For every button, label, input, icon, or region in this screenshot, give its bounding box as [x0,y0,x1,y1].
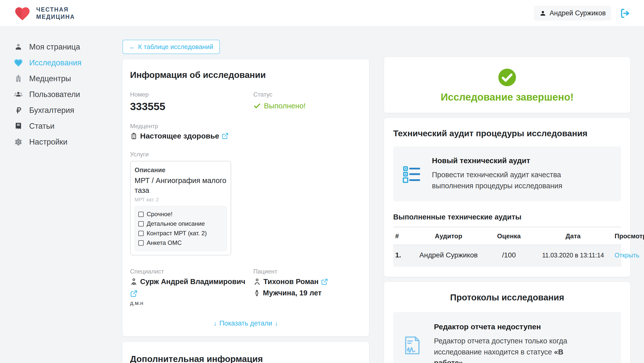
document-signature-icon [402,335,423,356]
technical-audit-title: Технический аудит процедуры исследования [393,128,621,138]
patient-icon [253,278,261,286]
sidebar: Моя страница Исследования [0,26,116,150]
research-info-title: Информация об исследовании [130,70,361,80]
report-editor-description: Редактор отчета доступен только когда ис… [434,336,592,363]
audit-row-num: 1. [393,251,411,259]
checkbox[interactable] [138,221,144,226]
service-options: Срочное! Детальное описание Контраст МРТ… [135,206,227,251]
logo-text: ЧЕСТНАЯ МЕДИЦИНА [36,6,75,20]
new-audit-description: Провести технический аудит качества выпо… [432,169,595,191]
report-editor-title: Редактор отчета недоступен [434,323,592,331]
col-score: Оценка [486,232,532,240]
checkbox[interactable] [138,240,144,246]
user-name: Андрей Суржиков [549,9,606,17]
back-to-research-table-button[interactable]: ← К таблице исследований [123,40,220,54]
option-label: Детальное описание [147,220,205,227]
done-audits-title: Выполненные технические аудиты [393,213,621,221]
sidebar-item-accounting[interactable]: Бухгалтерия [14,102,116,118]
back-button-label: К таблице исследований [138,43,213,51]
current-user-button[interactable]: Андрей Суржиков [534,6,611,21]
hospital-small-icon [130,132,138,140]
sidebar-item-label: Моя страница [29,42,80,52]
number-label: Номер [130,91,253,98]
research-completed-card: Исследование завершено! [384,57,630,113]
open-audit-link[interactable]: Открыть [615,252,639,259]
ruble-icon [14,106,23,115]
check-circle-icon [497,67,517,87]
audit-table-row: 1. Андрей Суржиков /100 11.03.2020 в 13:… [393,245,621,267]
medcenter-label: Медцентр [130,123,361,130]
sidebar-item-research[interactable]: Исследования [14,55,116,71]
sidebar-item-my-page[interactable]: Моя страница [14,39,116,55]
service-option-urgent: Срочное! [138,209,223,219]
research-number: 333555 [130,101,253,113]
arrow-down-icon: ↓ [213,320,217,327]
protocols-card: Протоколы исследования Редактор отчета н… [384,282,630,363]
book-icon [14,121,23,131]
show-details-label: Показать детали [219,320,272,327]
doctor-icon [130,278,138,286]
external-link-icon[interactable] [222,132,229,140]
new-audit-button[interactable]: Новый технический аудит Провести техниче… [393,146,621,201]
sidebar-item-label: Пользователи [29,90,80,99]
status-label: Статус [253,91,361,98]
app-header: ЧЕСТНАЯ МЕДИЦИНА Андрей Суржиков [0,0,644,26]
service-option-contrast: Контраст МРТ (кат. 2) [138,229,223,238]
checkbox[interactable] [138,231,144,236]
protocols-title: Протоколы исследования [393,292,621,302]
patient-label: Пациент [253,268,361,275]
status-value: Выполнено! [264,102,306,110]
logout-icon[interactable] [620,8,631,19]
service-category: МРТ кат. 2 [135,197,227,203]
sidebar-item-label: Статьи [29,122,54,131]
service-description-label: Описание [135,166,227,174]
sidebar-item-label: Медцентры [29,74,71,83]
service-description: МРТ / Ангиография малого таза [135,176,227,195]
logo-line2: МЕДИЦИНА [36,13,75,20]
heart-logo-icon [13,5,32,22]
research-completed-message: Исследование завершено! [441,92,574,103]
additional-info-title: Дополнительная информация [130,354,361,363]
external-link-icon[interactable] [130,290,253,297]
services-label: Услуги [130,151,361,158]
app-logo[interactable]: ЧЕСТНАЯ МЕДИЦИНА [13,5,75,22]
option-label: Анкета ОМС [147,239,182,246]
heart-icon [14,58,23,68]
check-icon [253,102,261,110]
checkbox[interactable] [138,212,144,217]
sidebar-item-settings[interactable]: Настройки [14,134,116,150]
sidebar-item-medcenters[interactable]: Медцентры [14,71,116,86]
logo-line1: ЧЕСТНАЯ [36,6,75,13]
patient-gender-age: Мужчина, 19 лет [263,289,321,297]
checklist-icon [402,164,421,184]
specialist-name: Сурж Андрей Владимирович [140,278,245,286]
sidebar-item-label: Исследования [29,58,82,67]
user-icon [539,10,546,17]
users-group-icon [14,90,23,99]
service-option-detailed: Детальное описание [138,219,223,229]
arrow-left-icon: ← [129,43,136,51]
service-option-oms: Анкета ОМС [138,238,223,248]
audit-row-auditor: Андрей Суржиков [411,251,486,259]
medcenter-name: Настоящее здоровье [140,132,219,140]
patient-name: Тихонов Роман [263,278,318,286]
sidebar-item-articles[interactable]: Статьи [14,118,116,134]
status-badge: Выполнено! [253,102,361,110]
specialist-degree: д.м.н [130,300,253,306]
audits-table: # Аудитор Оценка Дата Просмотр 1. Андрей… [393,227,621,267]
gear-icon [14,137,23,147]
col-date: Дата [532,232,615,240]
audit-row-date: 11.03.2020 в 13:11:14 [532,252,615,259]
external-link-icon[interactable] [321,278,328,285]
technical-audit-card: Технический аудит процедуры исследования [384,118,630,277]
audit-row-score: /100 [486,251,532,259]
option-label: Срочное! [147,211,173,218]
sidebar-item-label: Настройки [29,138,67,147]
show-details-link[interactable]: ↓ Показать детали ↓ [130,320,361,327]
person-icon [14,42,23,52]
option-label: Контраст МРТ (кат. 2) [147,230,207,237]
service-card: Описание МРТ / Ангиография малого таза М… [130,161,231,255]
sidebar-item-users[interactable]: Пользователи [14,86,116,102]
col-view: Просмотр [615,232,644,240]
arrow-down-icon: ↓ [275,320,278,327]
